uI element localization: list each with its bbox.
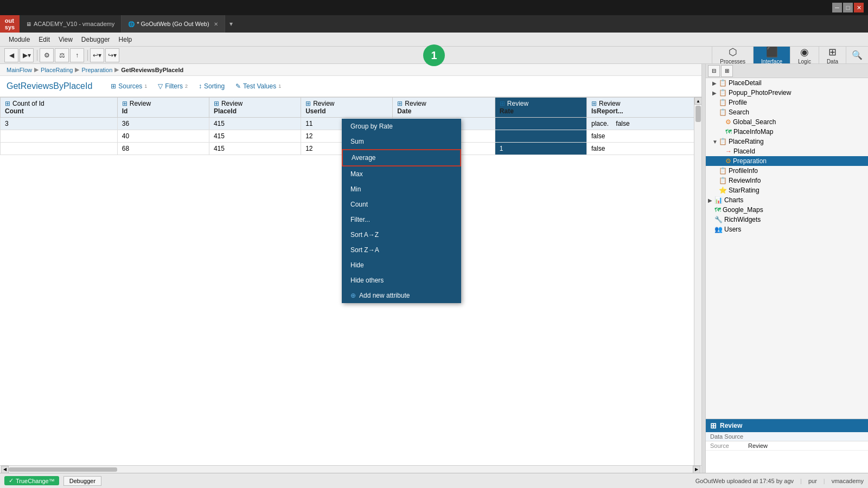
debugger-label: Debugger xyxy=(69,478,95,484)
menu-group-by-rate[interactable]: Group by Rate xyxy=(342,119,461,134)
col-review-date[interactable]: ⊞Review Date xyxy=(393,98,495,118)
debugger-button[interactable]: Debugger xyxy=(63,476,101,486)
close-button[interactable]: ✕ xyxy=(854,3,864,12)
col-name-placeid: PlaceId xyxy=(214,107,296,115)
scroll-thumb[interactable] xyxy=(695,106,701,122)
h-scrollbar[interactable]: ◀ ▶ xyxy=(0,465,701,473)
tree-reviewinfo[interactable]: 📋 ReviewInfo xyxy=(706,176,868,185)
menu-edit[interactable]: Edit xyxy=(34,35,54,44)
tree-charts[interactable]: ▶ 📊 Charts xyxy=(706,195,868,205)
tree-profile[interactable]: 📋 Profile xyxy=(706,98,868,107)
tree-placedetail[interactable]: ▶ 📋 PlaceDetail xyxy=(706,78,868,88)
tree-placeid[interactable]: → PlaceId xyxy=(706,146,868,156)
settings-button[interactable]: ⚙ xyxy=(40,48,54,62)
star-icon: ⭐ xyxy=(719,187,727,194)
tab-dropdown-button[interactable]: ▾ xyxy=(225,15,237,33)
status-bar: ✓ TrueChange™ Debugger GoOutWeb uploaded… xyxy=(0,473,868,488)
tree-global-search[interactable]: ⚙ Global_Search xyxy=(706,117,868,127)
expand-all-button[interactable]: ⊞ xyxy=(721,65,733,77)
col-name-date: Date xyxy=(397,107,490,115)
breadcrumb-preparation[interactable]: Preparation xyxy=(81,67,112,73)
truechange-button[interactable]: ✓ TrueChange™ xyxy=(4,476,59,485)
tree-placeinfomap[interactable]: 🗺 PlaceInfoMap xyxy=(706,127,868,137)
breadcrumb-mainflow[interactable]: MainFlow xyxy=(7,67,32,73)
menu-filter[interactable]: Filter... xyxy=(342,212,461,227)
tree-richwidgets[interactable]: 🔧 RichWidgets xyxy=(706,215,868,224)
toolbar-processes[interactable]: ⬡ Processes xyxy=(712,47,753,63)
col-name-count: Count xyxy=(5,107,113,115)
menu-hide[interactable]: Hide xyxy=(342,258,461,273)
menu-hide-others[interactable]: Hide others xyxy=(342,273,461,288)
sources-icon: ⊞ xyxy=(111,82,116,90)
menu-max[interactable]: Max xyxy=(342,166,461,182)
menu-help[interactable]: Help xyxy=(114,35,137,44)
breadcrumb-placerating[interactable]: PlaceRating xyxy=(41,67,73,73)
status-sep-1: | xyxy=(800,478,802,484)
tree-google-maps[interactable]: 🗺 Google_Maps xyxy=(706,205,868,215)
filters-badge: 2 xyxy=(185,84,188,89)
tree-popup-photopreview[interactable]: ▶ 📋 Popup_PhotoPreview xyxy=(706,88,868,98)
tab-sorting[interactable]: ↕ Sorting xyxy=(193,80,230,92)
menu-min[interactable]: Min xyxy=(342,182,461,197)
right-toolbar: ⬡ Processes ⬛ Interface ◉ Logic ⊞ Data 🔍 xyxy=(712,47,868,63)
tab-academy[interactable]: 🖥 ACADEMY_V10 - vmacademy xyxy=(20,15,122,33)
menu-sort-za[interactable]: Sort Z→A xyxy=(342,242,461,258)
scroll-right-btn[interactable]: ▶ xyxy=(693,466,700,473)
source-label: Source xyxy=(710,442,748,449)
col-review-userid[interactable]: ⊞Review UserId xyxy=(301,98,393,118)
tree-preparation[interactable]: ⚙ Preparation xyxy=(706,156,868,166)
menu-module[interactable]: Module xyxy=(4,35,34,44)
scroll-left-btn[interactable]: ◀ xyxy=(1,466,9,473)
menu-count[interactable]: Count xyxy=(342,197,461,212)
col-icon-isreport: ⊞ xyxy=(591,100,597,107)
col-review-id[interactable]: ⊞Review Id xyxy=(117,98,209,118)
back-button[interactable]: ◀ xyxy=(4,48,18,62)
menu-sort-az[interactable]: Sort A→Z xyxy=(342,227,461,242)
col-review-isreport[interactable]: ⊞Review IsReport... xyxy=(587,98,701,118)
tab-goout[interactable]: 🌐 * GoOutWeb (Go Out Web) ✕ xyxy=(122,15,225,33)
toolbar-logic[interactable]: ◉ Logic xyxy=(790,47,819,63)
processes-label: Processes xyxy=(720,59,745,65)
compare-button[interactable]: ⚖ xyxy=(55,48,69,62)
col-count-id[interactable]: ⊞Count of Id Count xyxy=(1,98,118,118)
menu-average[interactable]: Average xyxy=(342,149,461,166)
toolbar-data[interactable]: ⊞ Data xyxy=(819,47,846,63)
cell-count-2 xyxy=(1,130,118,143)
forward-dropdown[interactable]: ▶▾ xyxy=(20,48,34,62)
menu-add-new-attribute[interactable]: ⊕Add new attribute xyxy=(342,288,461,303)
tree-users[interactable]: 👥 Users xyxy=(706,224,868,234)
tab-test-values[interactable]: ✎ Test Values 1 xyxy=(230,80,286,92)
undo-dropdown[interactable]: ↩▾ xyxy=(90,48,104,62)
v-scrollbar-content[interactable]: ▲ xyxy=(694,97,701,465)
col-name-userid: UserId xyxy=(305,107,388,115)
toolbar-interface[interactable]: ⬛ Interface xyxy=(753,47,790,63)
deploy-button[interactable]: ↑ xyxy=(70,48,84,62)
cell-rate-2 xyxy=(495,130,586,143)
collapse-all-button[interactable]: ⊟ xyxy=(708,65,720,77)
menu-debugger[interactable]: Debugger xyxy=(77,35,114,44)
tab-filters[interactable]: ▽ Filters 2 xyxy=(152,80,193,92)
tab-close-button[interactable]: ✕ xyxy=(214,21,218,27)
tree-label: PlaceId xyxy=(733,147,755,155)
tree-profileinfo[interactable]: 📋 ProfileInfo xyxy=(706,166,868,176)
minimize-button[interactable]: ─ xyxy=(832,3,842,12)
breadcrumb-sep-2: ▶ xyxy=(75,66,79,73)
col-icon-date: ⊞ xyxy=(397,100,403,107)
tree-placerating[interactable]: ▼ 📋 PlaceRating xyxy=(706,137,868,146)
tree-label: Profile xyxy=(729,99,747,106)
menu-sum[interactable]: Sum xyxy=(342,134,461,149)
tree-label: ReviewInfo xyxy=(729,177,761,184)
tree-starrating[interactable]: ⭐ StarRating xyxy=(706,185,868,195)
h-scroll-thumb[interactable] xyxy=(9,467,117,472)
scroll-up-btn[interactable]: ▲ xyxy=(694,97,701,105)
toolbar-search[interactable]: 🔍 xyxy=(846,47,868,63)
col-review-rate[interactable]: ⊞Review Rate xyxy=(495,98,586,118)
title-bar: ─ □ ✕ xyxy=(0,0,868,15)
breadcrumb-sep-3: ▶ xyxy=(114,66,119,73)
redo-dropdown[interactable]: ↪▾ xyxy=(105,48,119,62)
maximize-button[interactable]: □ xyxy=(843,3,853,12)
tree-search[interactable]: 📋 Search xyxy=(706,107,868,117)
menu-view[interactable]: View xyxy=(54,35,77,44)
tab-sources[interactable]: ⊞ Sources 1 xyxy=(105,80,152,92)
col-review-placeid[interactable]: ⊞Review PlaceId xyxy=(209,98,301,118)
